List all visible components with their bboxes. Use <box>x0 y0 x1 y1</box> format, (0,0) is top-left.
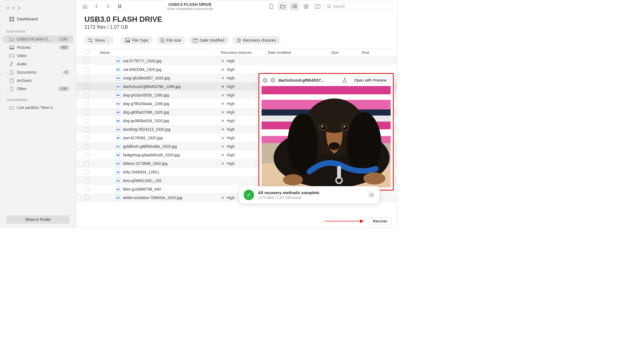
lost-partitions-header: Lost partitions <box>0 93 76 103</box>
recovery-value: High <box>227 161 235 166</box>
notification-close-button[interactable]: ✕ <box>368 192 375 198</box>
close-preview-button[interactable]: ✕ <box>263 78 268 83</box>
traffic-minimize[interactable] <box>12 6 15 10</box>
jpeg-file-icon <box>116 144 120 149</box>
star-icon: ★ <box>221 161 225 166</box>
row-checkbox[interactable] <box>80 119 93 123</box>
app-window: Dashboard Scan results USB3.0 FLASH D...… <box>0 0 397 228</box>
svg-line-29 <box>330 7 331 8</box>
dashboard-icon <box>9 17 14 21</box>
search-input[interactable]: Search <box>324 3 393 10</box>
recovery-chances-filter[interactable]: Recovery chances <box>232 36 281 44</box>
show-filter[interactable]: Show ⌄ <box>84 36 114 44</box>
jpeg-file-icon <box>116 84 120 89</box>
jpeg-file-icon <box>116 152 120 157</box>
file-view-button[interactable] <box>266 2 276 11</box>
dashboard-nav[interactable]: Dashboard <box>3 15 73 24</box>
notification-subtitle: 2173 files / 1,07 GB found <box>258 196 319 200</box>
back-button[interactable] <box>92 2 102 11</box>
sidebar-item-audio[interactable]: Audio <box>3 60 73 68</box>
svg-point-5 <box>13 39 13 40</box>
file-name-cell: cat-6463284_1920.jpg <box>93 67 221 72</box>
row-checkbox[interactable] <box>80 101 93 106</box>
list-view-button[interactable] <box>289 2 299 11</box>
traffic-zoom[interactable] <box>17 6 21 10</box>
column-recovery[interactable]: Recovery chances <box>221 50 268 55</box>
star-icon: ★ <box>221 127 225 132</box>
jpeg-file-icon <box>116 93 120 98</box>
row-checkbox[interactable] <box>80 170 93 174</box>
svg-point-7 <box>10 47 11 47</box>
sidebar-item-archives[interactable]: Archives <box>3 77 73 84</box>
recovery-value: High <box>227 110 235 114</box>
date-modified-filter[interactable]: Date modified <box>189 36 229 44</box>
toolbar-title-block: USB3.0 FLASH DRIVE Scan completed succes… <box>115 2 265 11</box>
svg-rect-0 <box>9 17 11 19</box>
home-button[interactable] <box>80 2 90 11</box>
row-checkbox[interactable] <box>80 67 93 72</box>
column-name[interactable]: Name⌃ <box>93 50 221 55</box>
traffic-close[interactable] <box>6 6 10 10</box>
recovery-cell: ★High <box>221 67 268 72</box>
jpeg-file-icon <box>116 58 120 63</box>
table-row[interactable]: cat-5778777_1920.jpg★High <box>76 57 397 65</box>
jpeg-file-icon <box>116 127 120 132</box>
star-icon: ★ <box>221 135 225 140</box>
row-checkbox[interactable] <box>80 136 93 140</box>
file-type-filter[interactable]: File Type <box>121 36 153 44</box>
notification-title: All recovery methods complete <box>258 190 319 195</box>
window-controls <box>0 3 76 15</box>
row-checkbox[interactable] <box>80 93 93 97</box>
jpeg-file-icon <box>116 135 120 140</box>
sidebar-item-label: USB3.0 FLASH D... <box>17 37 58 41</box>
share-icon[interactable] <box>341 77 348 84</box>
row-checkbox[interactable] <box>80 76 93 80</box>
main-panel: USB3.0 FLASH DRIVE Scan completed succes… <box>76 0 397 228</box>
column-size[interactable]: Size <box>331 50 362 55</box>
row-checkbox[interactable] <box>80 84 93 89</box>
date-modified-label: Date modified <box>200 38 224 42</box>
jpeg-file-icon <box>116 187 120 192</box>
sidebar-item-drive[interactable]: USB3.0 FLASH D... 2,2K <box>3 35 73 43</box>
svg-point-60 <box>329 142 340 150</box>
open-with-preview-button[interactable]: Open with Preview <box>351 77 390 84</box>
table-row[interactable]: cat-6463284_1920.jpg★High <box>76 65 397 74</box>
column-view-button[interactable] <box>313 2 322 11</box>
show-in-finder-button[interactable]: Show in Finder <box>6 215 70 224</box>
svg-point-52 <box>287 114 318 174</box>
row-checkbox[interactable] <box>80 110 93 114</box>
sidebar-item-pictures[interactable]: › Pictures 663 <box>3 44 73 51</box>
file-name: dog-gc080be92d_1920.jpg <box>123 119 169 123</box>
sidebar-item-video[interactable]: Video <box>3 52 73 60</box>
chevron-right-icon: › <box>5 71 8 74</box>
recover-button[interactable]: Recover <box>369 217 391 225</box>
sidebar-item-label: Archives <box>17 78 69 83</box>
column-date[interactable]: Date modified <box>268 50 331 55</box>
file-name: dog-g835a57066_1920.jpg <box>123 110 169 114</box>
sidebar-item-lost-partition[interactable]: Lost partition "New V... <box>3 104 73 111</box>
row-checkbox[interactable] <box>80 196 93 200</box>
recovery-value: High <box>227 59 235 63</box>
column-kind[interactable]: Kind <box>362 50 392 55</box>
jpeg-file-icon <box>116 76 120 81</box>
sidebar-item-documents[interactable]: › Documents 2 <box>3 68 73 76</box>
row-checkbox[interactable] <box>80 153 93 157</box>
star-icon: ★ <box>221 101 225 106</box>
prohibit-icon[interactable]: ⊘ <box>270 78 275 83</box>
preview-image <box>262 86 391 188</box>
row-checkbox[interactable] <box>80 59 93 63</box>
sidebar-item-other[interactable]: › Other 1,5K <box>3 85 73 93</box>
file-size-filter[interactable]: File size <box>156 36 185 44</box>
folder-view-button[interactable] <box>278 2 288 11</box>
row-checkbox[interactable] <box>80 127 93 132</box>
row-checkbox[interactable] <box>80 178 93 183</box>
row-checkbox[interactable] <box>80 144 93 149</box>
select-all-checkbox[interactable] <box>80 50 93 55</box>
grid-view-button[interactable] <box>301 2 311 11</box>
row-checkbox[interactable] <box>80 187 93 191</box>
file-name: goldfinch-g88f30cd0e_1920.jpg <box>123 144 177 149</box>
svg-point-56 <box>321 125 325 129</box>
row-checkbox[interactable] <box>80 161 93 166</box>
recovery-value: High <box>227 101 235 106</box>
forward-button[interactable] <box>103 2 113 11</box>
